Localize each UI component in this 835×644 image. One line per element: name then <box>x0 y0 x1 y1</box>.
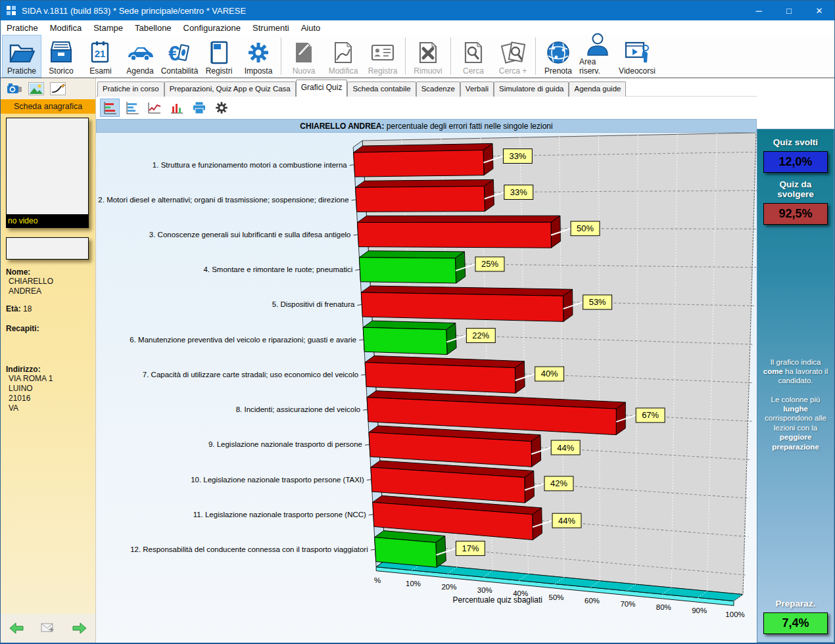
chart-title-text: percentuale degli errori fatti nelle sin… <box>385 122 553 131</box>
toolbar-contabilit-button[interactable]: €Contabilità <box>160 35 199 78</box>
contacts-field: Recapiti: <box>6 324 90 333</box>
address-line: LUINO <box>6 384 90 394</box>
toolbar-separator <box>450 37 451 75</box>
print-icon[interactable] <box>189 99 209 117</box>
tab-bar: Pratiche in corsoPreparazioni, Quiz App … <box>96 78 757 96</box>
x-tick-label: 60% <box>584 597 600 605</box>
category-label: 8. Incidenti; assicurazione del veicolo <box>236 405 360 413</box>
tab-preparazioni-quiz-app-e-quiz-casa[interactable]: Preparazioni, Quiz App e Quiz Casa <box>164 81 296 97</box>
camera-icon[interactable] <box>6 81 23 96</box>
app-icon <box>6 5 16 16</box>
toolbar-agenda-button[interactable]: Agenda <box>120 35 160 78</box>
menu-configurazione[interactable]: Configurazione <box>178 22 247 34</box>
x-tick-label: 50% <box>549 593 564 601</box>
toolbar-registri-button[interactable]: Registri <box>199 35 239 78</box>
value-label: 33% <box>503 149 532 164</box>
tab-grafici-quiz[interactable]: Grafici Quiz <box>296 80 348 97</box>
quiz-da-svolgere-label: Quiz da svolgere <box>761 179 830 200</box>
menu-bar: PraticheModificaStampeTabelloneConfigura… <box>1 20 834 35</box>
x-tick-label: 10% <box>406 580 421 587</box>
svg-text:40%: 40% <box>541 369 558 379</box>
tab-verbali[interactable]: Verbali <box>460 81 494 97</box>
book-icon <box>206 39 232 66</box>
close-button[interactable]: ✕ <box>804 1 834 20</box>
x-tick-label: 80% <box>656 603 671 611</box>
toolbar-registra-button: Registra <box>363 35 402 78</box>
menu-strumenti[interactable]: Strumenti <box>247 22 295 34</box>
x-axis-title: Percentuale quiz sbagliati <box>453 595 542 605</box>
tab-simulatore-di-guida[interactable]: Simulatore di guida <box>494 81 569 97</box>
send-email-icon[interactable] <box>41 623 55 633</box>
x-tick-label: 90% <box>692 607 707 614</box>
toolbar-videocorsi-button[interactable]: Videocorsi <box>617 35 657 78</box>
menu-modifica[interactable]: Modifica <box>44 22 87 34</box>
tab-scadenze[interactable]: Scadenze <box>416 81 460 97</box>
svg-text:50%: 50% <box>577 223 594 233</box>
name-field: Nome: CHIARELLO ANDREA <box>6 267 90 296</box>
chart-title-name: CHIARELLO ANDREA: <box>300 122 384 131</box>
toolbar-item-label: Area riserv. <box>579 57 616 76</box>
x-tick-label: 20% <box>441 583 456 591</box>
x-tick-label: 30% <box>477 586 492 594</box>
address-line: 21016 <box>6 394 90 403</box>
chart-line-icon[interactable] <box>145 99 164 117</box>
tab-pratiche-in-corso[interactable]: Pratiche in corso <box>97 81 164 97</box>
toolbar-item-label: Imposta <box>245 66 273 76</box>
bar-lesson-5 <box>361 286 573 321</box>
toolbar-item-label: Contabilità <box>161 66 199 76</box>
category-label: 2. Motori diesel e alternativi; organi d… <box>98 196 348 204</box>
chart-hbars-colored-icon[interactable] <box>100 99 120 117</box>
toolbar-item-label: Registri <box>206 66 233 76</box>
address-label: Indirizzo: <box>6 365 41 374</box>
prev-record-arrow-icon[interactable] <box>9 622 24 634</box>
quiz-svolti-value: 12,0% <box>763 151 828 173</box>
title-bar: SIDA v.1811 (build 853) * Sede principal… <box>1 1 834 20</box>
menu-tabellone[interactable]: Tabellone <box>129 22 178 34</box>
calendar-icon: 21 <box>87 39 114 66</box>
chart-settings-icon[interactable] <box>212 99 231 117</box>
chart-area: 33%33%50%25%53%22%40%67%44%42%44%17%1. S… <box>96 133 757 643</box>
svg-text:44%: 44% <box>558 516 575 526</box>
toolbar-item-label: Prenota <box>544 66 572 76</box>
toolbar-item-label: Agenda <box>126 66 153 76</box>
value-label: 22% <box>466 329 495 343</box>
quiz-svolti-label: Quiz svolti <box>773 137 818 148</box>
svg-text:53%: 53% <box>589 297 606 307</box>
menu-stampe[interactable]: Stampe <box>87 22 129 34</box>
right-sidebar: Quiz svolti 12,0% Quiz da svolgere 92,5%… <box>757 78 834 643</box>
photo-icon[interactable] <box>28 81 45 96</box>
maximize-button[interactable]: □ <box>774 1 804 20</box>
toolbar-imposta-button[interactable]: Imposta <box>239 35 278 78</box>
toolbar-esami-button[interactable]: 21Esami <box>81 35 120 78</box>
student-photo-placeholder <box>6 118 89 215</box>
toolbar-pratiche-button[interactable]: Pratiche <box>2 35 41 78</box>
next-record-arrow-icon[interactable] <box>72 622 87 634</box>
value-label: 53% <box>583 295 612 310</box>
toolbar-area-riserv-button[interactable]: Area riserv. <box>578 35 617 78</box>
menu-aiuto[interactable]: Aiuto <box>295 22 327 34</box>
x-tick-label: % <box>374 576 381 584</box>
bar-lesson-3 <box>357 216 560 248</box>
svg-text:67%: 67% <box>642 410 659 420</box>
address-line: VA <box>6 403 90 413</box>
minimize-button[interactable]: ─ <box>744 1 774 20</box>
tab-scheda-contabile[interactable]: Scheda contabile <box>347 81 416 97</box>
chart-hbars-blue-icon[interactable] <box>122 99 142 117</box>
chart-vbars-icon[interactable] <box>167 99 187 117</box>
tab-agenda-guide[interactable]: Agenda guide <box>569 81 626 97</box>
toolbar-storico-button[interactable]: Storico <box>41 35 81 78</box>
preparazione-value: 7,4% <box>763 612 828 634</box>
search-plus-icon <box>500 39 526 66</box>
category-label: 6. Manutenzione preventiva del veicolo e… <box>130 336 356 344</box>
value-label: 33% <box>504 185 533 200</box>
signature-icon[interactable] <box>49 81 66 96</box>
toolbar-prenota-button[interactable]: Prenota <box>538 35 578 78</box>
svg-text:17%: 17% <box>462 543 479 553</box>
quiz-da-svolgere-value: 92,5% <box>763 203 828 225</box>
toolbar-item-label: Storico <box>49 66 73 76</box>
folder-icon <box>9 39 35 66</box>
bar-lesson-12 <box>375 531 446 568</box>
id-card-icon <box>370 39 396 66</box>
menu-pratiche[interactable]: Pratiche <box>1 22 44 34</box>
toolbar-modifica-button: Modifica <box>323 35 363 78</box>
